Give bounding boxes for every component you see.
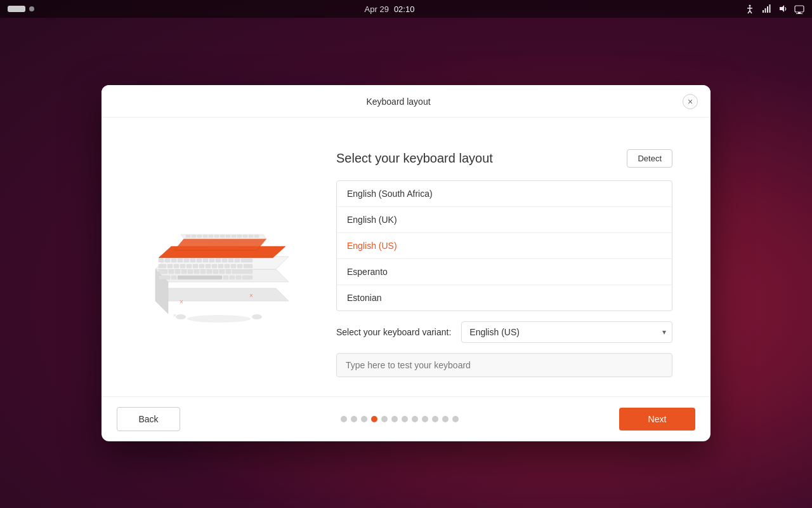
svg-rect-77 [249, 235, 253, 237]
svg-text:×: × [180, 298, 183, 305]
svg-rect-5 [763, 10, 764, 13]
svg-rect-61 [236, 276, 241, 279]
taskbar: Apr 29 02:10 [0, 0, 812, 18]
power-icon[interactable] [794, 4, 804, 14]
keyboard-test-input[interactable] [336, 353, 672, 377]
svg-rect-50 [200, 270, 206, 274]
layout-item[interactable]: English (UK) [337, 207, 672, 233]
svg-rect-55 [232, 270, 252, 274]
svg-rect-73 [226, 235, 230, 237]
svg-rect-72 [220, 235, 225, 237]
svg-rect-8 [769, 4, 770, 13]
svg-rect-34 [187, 264, 192, 268]
step-dot [371, 416, 377, 422]
taskbar-date: Apr 29 [365, 4, 389, 14]
svg-rect-29 [241, 258, 252, 262]
step-dot [422, 416, 428, 422]
svg-rect-47 [181, 270, 187, 274]
layout-list: English (South Africa)English (UK)Englis… [336, 180, 672, 311]
svg-rect-22 [197, 258, 202, 262]
svg-rect-74 [232, 235, 236, 237]
variant-label: Select your keyboard variant: [336, 327, 451, 337]
keyboard-illustration: × × × [140, 149, 298, 377]
svg-rect-62 [242, 276, 252, 279]
svg-point-15 [187, 315, 251, 323]
svg-rect-37 [206, 264, 211, 268]
svg-text:×: × [173, 312, 176, 318]
svg-rect-67 [192, 235, 196, 237]
svg-rect-12 [796, 13, 802, 14]
svg-rect-54 [226, 270, 231, 274]
svg-rect-56 [159, 276, 170, 279]
volume-icon[interactable] [778, 4, 788, 14]
svg-rect-60 [230, 276, 235, 279]
detect-button[interactable]: Detect [627, 149, 672, 168]
svg-rect-70 [209, 235, 213, 237]
step-dot [351, 416, 357, 422]
svg-rect-52 [213, 270, 218, 274]
svg-point-14 [252, 314, 262, 319]
next-button[interactable]: Next [619, 408, 695, 431]
svg-rect-18 [171, 258, 176, 262]
step-dot [432, 416, 438, 422]
svg-rect-21 [190, 258, 195, 262]
step-dot [391, 416, 398, 422]
svg-rect-23 [203, 258, 208, 262]
svg-rect-41 [231, 264, 236, 268]
svg-rect-53 [219, 270, 225, 274]
taskbar-dot [29, 6, 34, 11]
layout-item[interactable]: English (South Africa) [337, 181, 672, 207]
taskbar-left [8, 6, 34, 12]
svg-rect-39 [218, 264, 223, 268]
close-button[interactable]: × [683, 94, 698, 109]
step-dot [402, 416, 408, 422]
step-dot [361, 416, 367, 422]
step-dot [442, 416, 449, 422]
svg-rect-36 [199, 264, 204, 268]
variant-select[interactable]: English (US) [461, 321, 672, 343]
svg-point-13 [176, 314, 186, 319]
svg-rect-32 [174, 264, 179, 268]
svg-rect-30 [159, 264, 166, 268]
svg-rect-16 [159, 258, 164, 262]
svg-point-0 [749, 5, 750, 7]
taskbar-indicator [8, 6, 25, 12]
accessibility-icon[interactable] [745, 4, 755, 14]
svg-rect-68 [197, 235, 202, 237]
svg-rect-25 [216, 258, 221, 262]
svg-rect-44 [159, 270, 167, 274]
dialog-overlay: Keyboard layout × [0, 0, 812, 508]
svg-rect-58 [178, 276, 222, 279]
variant-row: Select your keyboard variant: English (U… [336, 321, 672, 343]
svg-rect-19 [178, 258, 183, 262]
svg-rect-33 [180, 264, 185, 268]
svg-rect-7 [767, 6, 768, 13]
section-title: Select your keyboard layout [336, 151, 493, 166]
svg-rect-10 [795, 6, 804, 12]
variant-select-wrapper: English (US) ▾ [461, 321, 672, 343]
svg-rect-71 [214, 235, 219, 237]
layout-item[interactable]: Estonian [337, 285, 672, 311]
svg-rect-28 [235, 258, 240, 262]
svg-rect-51 [207, 270, 212, 274]
layout-item[interactable]: Esperanto [337, 259, 672, 285]
taskbar-time: 02:10 [394, 4, 415, 14]
step-dot [452, 416, 459, 422]
layout-item[interactable]: English (US) [337, 233, 672, 259]
svg-rect-78 [254, 235, 259, 237]
network-icon[interactable] [761, 4, 771, 14]
svg-rect-31 [167, 264, 173, 268]
svg-rect-24 [209, 258, 214, 262]
step-dot [381, 416, 388, 422]
dialog-body: × × × Select your keyboard layout Detect… [102, 117, 710, 396]
svg-rect-26 [222, 258, 227, 262]
svg-rect-59 [223, 276, 228, 279]
svg-rect-20 [184, 258, 189, 262]
dialog-content: Select your keyboard layout Detect Engli… [336, 149, 672, 377]
keyboard-layout-dialog: Keyboard layout × [102, 85, 710, 441]
svg-rect-66 [186, 235, 190, 237]
back-button[interactable]: Back [117, 407, 180, 431]
step-dots [341, 416, 459, 422]
keyboard-svg: × × × [143, 199, 295, 326]
svg-rect-42 [237, 264, 242, 268]
